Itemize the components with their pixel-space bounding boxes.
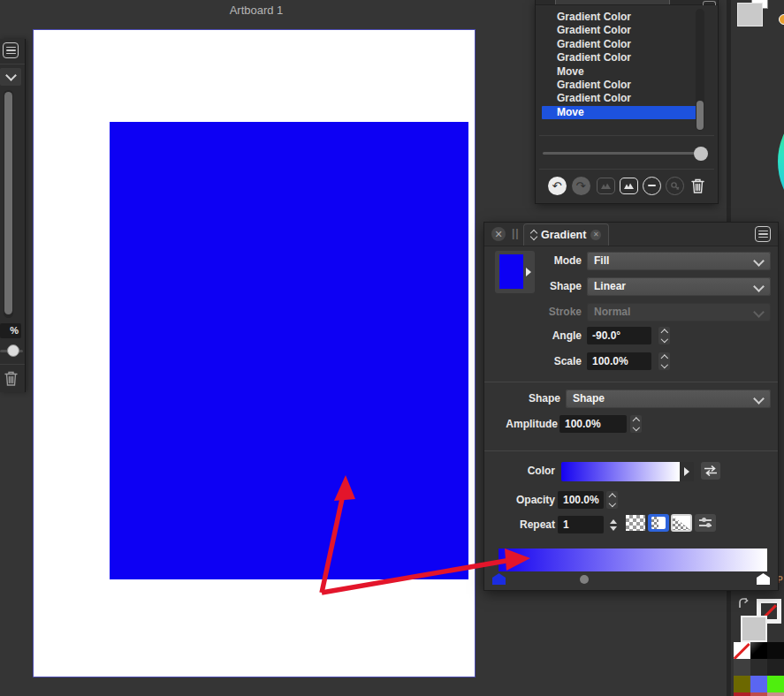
- swatch[interactable]: [750, 642, 767, 659]
- scale-field[interactable]: 100.0%: [587, 352, 651, 370]
- divider: [484, 382, 778, 382]
- panel-grip[interactable]: ||: [512, 227, 520, 239]
- panel-menu-icon[interactable]: [703, 1, 716, 5]
- remove-snapshot-button[interactable]: [596, 176, 615, 195]
- snapshot-add-icon: [620, 178, 638, 194]
- transparency-checker-icon[interactable]: [626, 515, 645, 531]
- trash-icon[interactable]: [4, 370, 19, 390]
- amplitude-field[interactable]: 100.0%: [559, 415, 627, 433]
- undo-button[interactable]: ↶: [547, 176, 567, 195]
- swatch[interactable]: [750, 659, 767, 676]
- shape2-label: Shape: [529, 390, 560, 408]
- swatch[interactable]: [767, 676, 784, 692]
- swatch[interactable]: [767, 659, 784, 676]
- shape2-dropdown[interactable]: Shape: [566, 390, 771, 408]
- color-wheel[interactable]: [778, 95, 784, 228]
- slider-knob[interactable]: [7, 344, 19, 357]
- opacity-stepper[interactable]: [606, 491, 618, 509]
- repeat-stepper[interactable]: [608, 516, 619, 533]
- history-entry[interactable]: Gradient Color: [542, 24, 699, 37]
- history-entry[interactable]: Move: [542, 65, 699, 79]
- fill-swatch[interactable]: [737, 3, 763, 26]
- divider: [539, 169, 714, 170]
- swatch[interactable]: [734, 692, 750, 696]
- reverse-gradient-button[interactable]: [701, 462, 720, 480]
- history-position-slider-knob[interactable]: [694, 147, 708, 161]
- add-snapshot-button[interactable]: [619, 176, 638, 195]
- amplitude-stepper[interactable]: [630, 415, 642, 433]
- bitmap-fill-toggle[interactable]: [671, 514, 692, 532]
- gradient-stop-start[interactable]: [492, 573, 506, 585]
- history-entry[interactable]: Gradient Color: [542, 38, 699, 51]
- scrollbar-thumb[interactable]: [4, 92, 12, 314]
- swatch[interactable]: [767, 642, 784, 659]
- redo-button[interactable]: ↷: [571, 176, 590, 195]
- chevron-down-icon: [5, 70, 17, 81]
- panel-menu-icon[interactable]: [3, 42, 19, 58]
- angle-field[interactable]: -90.0°: [587, 327, 651, 344]
- artboard-title[interactable]: Artboard 1: [0, 4, 513, 17]
- history-entry[interactable]: Gradient Color: [542, 11, 699, 24]
- percent-field[interactable]: %: [0, 323, 21, 338]
- scrollbar-track[interactable]: [696, 9, 704, 131]
- current-fill-swatch[interactable]: [495, 251, 535, 293]
- tab-bar-sliver: [536, 0, 718, 5]
- history-entry[interactable]: Gradient Color: [542, 79, 699, 92]
- scrollbar-track[interactable]: [4, 90, 13, 318]
- tab-close-icon[interactable]: ✕: [590, 230, 601, 240]
- gradient-options-button[interactable]: [695, 514, 716, 532]
- expand-arrow-icon: [684, 467, 689, 476]
- swatch[interactable]: [750, 692, 767, 696]
- swatch[interactable]: [767, 692, 784, 696]
- angle-stepper[interactable]: [658, 327, 670, 344]
- fill-color-swatch[interactable]: [741, 616, 767, 642]
- swatch[interactable]: [734, 676, 750, 692]
- delete-history-button[interactable]: [688, 176, 707, 195]
- history-position-slider-track[interactable]: [543, 152, 705, 155]
- snapshot-remove-icon: [597, 178, 615, 194]
- swap-fill-stroke-button[interactable]: [738, 597, 750, 613]
- history-entry-selected[interactable]: Move: [542, 106, 699, 119]
- history-list: Gradient Color Gradient Color Gradient C…: [542, 11, 699, 119]
- scrollbar-thumb[interactable]: [696, 101, 704, 130]
- shape-dropdown[interactable]: Linear: [587, 277, 771, 296]
- history-panel: Gradient Color Gradient Color Gradient C…: [536, 0, 718, 203]
- gradient-color-preview[interactable]: [561, 462, 694, 481]
- opacity-label: Opacity: [516, 491, 555, 510]
- swatch[interactable]: [750, 676, 767, 692]
- swatch[interactable]: [734, 659, 750, 676]
- tab-gradient[interactable]: Gradient ✕: [523, 223, 609, 246]
- mode-dropdown[interactable]: Fill: [587, 252, 771, 270]
- artboard[interactable]: [33, 29, 476, 677]
- chevron-down-icon: [753, 255, 765, 267]
- trash-icon: [690, 178, 705, 194]
- history-entry[interactable]: Gradient Color: [542, 92, 699, 105]
- dropdown-chevron-button[interactable]: [0, 68, 21, 86]
- opacity-field[interactable]: 100.0%: [558, 491, 604, 509]
- color-dot-partial[interactable]: [779, 14, 784, 25]
- find-in-history-button[interactable]: [665, 176, 684, 195]
- redo-icon: ↷: [572, 177, 590, 195]
- gradient-opacity-toggle[interactable]: [648, 514, 669, 532]
- panel-menu-button[interactable]: [755, 226, 771, 242]
- history-entry[interactable]: Gradient Color: [542, 51, 699, 64]
- scale-label: Scale: [554, 352, 582, 371]
- collapse-button[interactable]: [642, 176, 661, 195]
- stroke-label: Stroke: [549, 303, 582, 322]
- blue-rectangle-object[interactable]: [110, 122, 468, 579]
- repeat-field[interactable]: 1: [558, 516, 604, 533]
- chevron-down-icon: [753, 306, 765, 318]
- color-swatch-grid: [734, 642, 784, 696]
- gradient-midpoint-handle[interactable]: [580, 575, 589, 584]
- gradient-stop-end[interactable]: [757, 573, 770, 585]
- panel-close-button[interactable]: ✕: [491, 227, 506, 241]
- divider: [0, 364, 25, 365]
- cutoff-glyph: P: [777, 575, 783, 585]
- divider: [539, 135, 714, 136]
- scale-stepper[interactable]: [658, 352, 670, 370]
- swatch-none[interactable]: [734, 642, 750, 659]
- fill-color-thumb: [499, 254, 523, 289]
- history-tab[interactable]: [555, 0, 670, 4]
- expand-arrow-icon[interactable]: [526, 268, 531, 276]
- gradient-editor-bar[interactable]: [499, 548, 767, 571]
